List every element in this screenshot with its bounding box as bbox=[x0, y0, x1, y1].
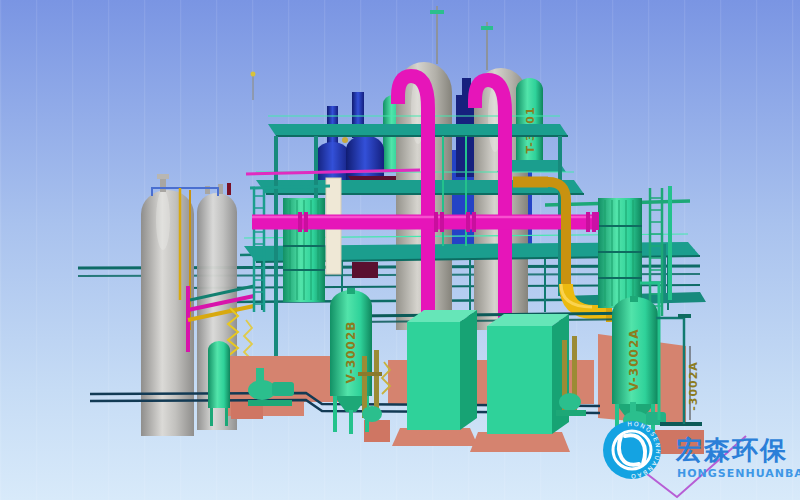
green-tank-box-left bbox=[407, 310, 477, 430]
logo-english-text: HONGSENHUANBAO bbox=[677, 467, 800, 480]
label-v3002b: V-3002B bbox=[344, 321, 358, 384]
plant-3d-render: T-3001 bbox=[0, 0, 800, 500]
label-3002a-line: -3002A bbox=[687, 361, 700, 411]
label-v3002a: V-3002A bbox=[627, 328, 641, 391]
logo-chinese-text: 宏森环保 bbox=[675, 435, 788, 465]
maroon-pump-block bbox=[352, 262, 378, 278]
plant-model-viewport: T-3001 bbox=[0, 0, 800, 500]
plate-heat-exchanger-right bbox=[592, 198, 642, 308]
